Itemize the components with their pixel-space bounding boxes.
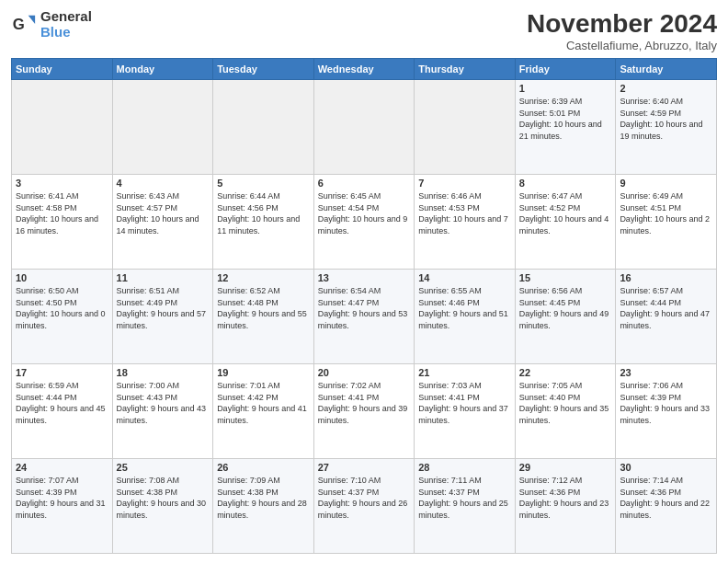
- logo: G General Blue: [11, 9, 92, 40]
- day-cell: 24Sunrise: 7:07 AMSunset: 4:39 PMDayligh…: [12, 459, 113, 554]
- day-number: 12: [217, 272, 310, 283]
- day-number: 18: [117, 367, 210, 378]
- day-cell: 6Sunrise: 6:45 AMSunset: 4:54 PMDaylight…: [313, 175, 415, 270]
- day-cell: 2Sunrise: 6:40 AMSunset: 4:59 PMDaylight…: [616, 80, 717, 175]
- day-info: Sunrise: 6:39 AMSunset: 5:01 PMDaylight:…: [519, 96, 612, 142]
- day-number: 10: [16, 272, 108, 283]
- header-row: SundayMondayTuesdayWednesdayThursdayFrid…: [12, 59, 717, 80]
- day-number: 6: [318, 178, 411, 189]
- calendar-body: 1Sunrise: 6:39 AMSunset: 5:01 PMDaylight…: [12, 80, 717, 554]
- logo-text: General Blue: [40, 9, 92, 40]
- day-number: 8: [519, 178, 612, 189]
- day-info: Sunrise: 7:14 AMSunset: 4:36 PMDaylight:…: [620, 475, 712, 521]
- day-number: 3: [16, 178, 108, 189]
- day-number: 16: [620, 272, 712, 283]
- day-number: 4: [117, 178, 210, 189]
- day-cell: 1Sunrise: 6:39 AMSunset: 5:01 PMDaylight…: [515, 80, 616, 175]
- day-cell: 16Sunrise: 6:57 AMSunset: 4:44 PMDayligh…: [616, 270, 717, 364]
- logo-general-text: General: [40, 9, 92, 25]
- day-cell: [415, 80, 516, 175]
- day-cell: 12Sunrise: 6:52 AMSunset: 4:48 PMDayligh…: [213, 270, 314, 364]
- day-info: Sunrise: 6:40 AMSunset: 4:59 PMDaylight:…: [620, 96, 712, 142]
- day-cell: [12, 80, 113, 175]
- day-info: Sunrise: 6:57 AMSunset: 4:44 PMDaylight:…: [620, 285, 712, 331]
- day-number: 13: [318, 272, 411, 283]
- day-cell: 7Sunrise: 6:46 AMSunset: 4:53 PMDaylight…: [415, 175, 516, 270]
- day-number: 7: [418, 178, 511, 189]
- day-cell: 13Sunrise: 6:54 AMSunset: 4:47 PMDayligh…: [313, 270, 415, 364]
- day-info: Sunrise: 7:02 AMSunset: 4:41 PMDaylight:…: [318, 380, 411, 426]
- day-cell: 26Sunrise: 7:09 AMSunset: 4:38 PMDayligh…: [213, 459, 314, 554]
- day-cell: 29Sunrise: 7:12 AMSunset: 4:36 PMDayligh…: [515, 459, 616, 554]
- week-row-3: 17Sunrise: 6:59 AMSunset: 4:44 PMDayligh…: [12, 364, 717, 459]
- day-info: Sunrise: 7:11 AMSunset: 4:37 PMDaylight:…: [418, 475, 511, 521]
- day-cell: [313, 80, 415, 175]
- day-number: 15: [519, 272, 612, 283]
- month-title: November 2024: [527, 9, 717, 39]
- day-cell: 3Sunrise: 6:41 AMSunset: 4:58 PMDaylight…: [12, 175, 113, 270]
- day-info: Sunrise: 6:41 AMSunset: 4:58 PMDaylight:…: [16, 190, 108, 236]
- day-number: 1: [519, 83, 612, 94]
- day-info: Sunrise: 6:46 AMSunset: 4:53 PMDaylight:…: [418, 190, 511, 236]
- day-info: Sunrise: 6:43 AMSunset: 4:57 PMDaylight:…: [117, 190, 210, 236]
- calendar: SundayMondayTuesdayWednesdayThursdayFrid…: [11, 58, 717, 554]
- day-number: 25: [117, 462, 210, 473]
- day-info: Sunrise: 7:12 AMSunset: 4:36 PMDaylight:…: [519, 475, 612, 521]
- header-friday: Friday: [515, 59, 616, 80]
- title-block: November 2024 Castellafiume, Abruzzo, It…: [527, 9, 717, 52]
- day-number: 30: [620, 462, 712, 473]
- week-row-0: 1Sunrise: 6:39 AMSunset: 5:01 PMDaylight…: [12, 80, 717, 175]
- day-cell: 28Sunrise: 7:11 AMSunset: 4:37 PMDayligh…: [415, 459, 516, 554]
- day-info: Sunrise: 7:07 AMSunset: 4:39 PMDaylight:…: [16, 475, 108, 521]
- day-number: 9: [620, 178, 712, 189]
- day-cell: 11Sunrise: 6:51 AMSunset: 4:49 PMDayligh…: [112, 270, 213, 364]
- calendar-header: SundayMondayTuesdayWednesdayThursdayFrid…: [12, 59, 717, 80]
- day-cell: 10Sunrise: 6:50 AMSunset: 4:50 PMDayligh…: [12, 270, 113, 364]
- page: G General Blue November 2024 Castellafiu…: [0, 0, 728, 563]
- header-sunday: Sunday: [12, 59, 113, 80]
- header-thursday: Thursday: [415, 59, 516, 80]
- day-number: 26: [217, 462, 310, 473]
- day-number: 21: [418, 367, 511, 378]
- day-cell: 4Sunrise: 6:43 AMSunset: 4:57 PMDaylight…: [112, 175, 213, 270]
- day-info: Sunrise: 6:51 AMSunset: 4:49 PMDaylight:…: [117, 285, 210, 331]
- day-number: 11: [117, 272, 210, 283]
- calendar-table: SundayMondayTuesdayWednesdayThursdayFrid…: [11, 58, 717, 554]
- day-cell: 17Sunrise: 6:59 AMSunset: 4:44 PMDayligh…: [12, 364, 113, 459]
- day-cell: [112, 80, 213, 175]
- day-info: Sunrise: 6:52 AMSunset: 4:48 PMDaylight:…: [217, 285, 310, 331]
- day-number: 27: [318, 462, 411, 473]
- logo-blue-text: Blue: [40, 25, 92, 40]
- day-cell: 18Sunrise: 7:00 AMSunset: 4:43 PMDayligh…: [112, 364, 213, 459]
- day-number: 22: [519, 367, 612, 378]
- day-info: Sunrise: 6:54 AMSunset: 4:47 PMDaylight:…: [318, 285, 411, 331]
- week-row-1: 3Sunrise: 6:41 AMSunset: 4:58 PMDaylight…: [12, 175, 717, 270]
- day-info: Sunrise: 6:50 AMSunset: 4:50 PMDaylight:…: [16, 285, 108, 331]
- day-cell: 9Sunrise: 6:49 AMSunset: 4:51 PMDaylight…: [616, 175, 717, 270]
- day-info: Sunrise: 6:59 AMSunset: 4:44 PMDaylight:…: [16, 380, 108, 426]
- day-info: Sunrise: 6:56 AMSunset: 4:45 PMDaylight:…: [519, 285, 612, 331]
- day-number: 19: [217, 367, 310, 378]
- week-row-2: 10Sunrise: 6:50 AMSunset: 4:50 PMDayligh…: [12, 270, 717, 364]
- day-cell: 19Sunrise: 7:01 AMSunset: 4:42 PMDayligh…: [213, 364, 314, 459]
- header-tuesday: Tuesday: [213, 59, 314, 80]
- day-info: Sunrise: 7:06 AMSunset: 4:39 PMDaylight:…: [620, 380, 712, 426]
- day-info: Sunrise: 7:01 AMSunset: 4:42 PMDaylight:…: [217, 380, 310, 426]
- day-info: Sunrise: 6:49 AMSunset: 4:51 PMDaylight:…: [620, 190, 712, 236]
- day-cell: [213, 80, 314, 175]
- day-cell: 8Sunrise: 6:47 AMSunset: 4:52 PMDaylight…: [515, 175, 616, 270]
- day-info: Sunrise: 6:47 AMSunset: 4:52 PMDaylight:…: [519, 190, 612, 236]
- day-number: 20: [318, 367, 411, 378]
- day-cell: 27Sunrise: 7:10 AMSunset: 4:37 PMDayligh…: [313, 459, 415, 554]
- day-number: 5: [217, 178, 310, 189]
- day-info: Sunrise: 7:09 AMSunset: 4:38 PMDaylight:…: [217, 475, 310, 521]
- day-number: 29: [519, 462, 612, 473]
- header-wednesday: Wednesday: [313, 59, 415, 80]
- day-cell: 25Sunrise: 7:08 AMSunset: 4:38 PMDayligh…: [112, 459, 213, 554]
- day-cell: 15Sunrise: 6:56 AMSunset: 4:45 PMDayligh…: [515, 270, 616, 364]
- location: Castellafiume, Abruzzo, Italy: [527, 39, 717, 52]
- day-info: Sunrise: 6:45 AMSunset: 4:54 PMDaylight:…: [318, 190, 411, 236]
- day-number: 2: [620, 83, 712, 94]
- day-info: Sunrise: 7:08 AMSunset: 4:38 PMDaylight:…: [117, 475, 210, 521]
- logo-icon: G: [11, 12, 37, 38]
